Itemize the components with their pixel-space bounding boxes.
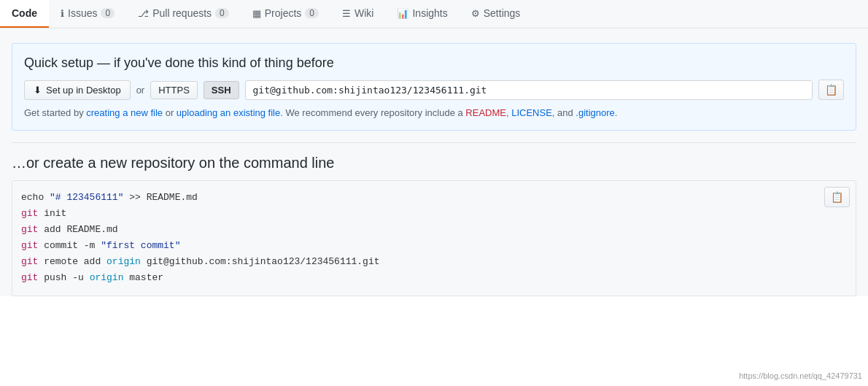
code-line-3: git add README.md — [21, 222, 826, 238]
git-url-input[interactable] — [245, 80, 813, 100]
nav-tabs: Code ℹ Issues 0 ⎇ Pull requests 0 ▦ Proj… — [0, 0, 868, 28]
tab-wiki[interactable]: ☰ Wiki — [330, 0, 385, 28]
settings-label: Settings — [484, 7, 521, 19]
wiki-icon: ☰ — [342, 8, 351, 19]
comma2: , and — [552, 107, 576, 118]
period: . — [615, 107, 618, 118]
code-line-1: echo "# 123456111" >> README.md — [21, 190, 826, 206]
setup-desktop-button[interactable]: ⬇ Set up in Desktop — [24, 80, 131, 100]
code-block-wrapper: echo "# 123456111" >> README.md git init… — [12, 180, 856, 296]
wiki-label: Wiki — [354, 7, 373, 19]
issues-label: Issues — [68, 7, 97, 19]
or-text2: or — [163, 107, 177, 118]
gitignore-link[interactable]: .gitignore — [576, 107, 614, 118]
projects-icon: ▦ — [252, 8, 261, 19]
tab-issues[interactable]: ℹ Issues 0 — [49, 0, 126, 28]
insights-icon: 📊 — [397, 8, 408, 19]
settings-icon: ⚙ — [471, 8, 480, 19]
insights-label: Insights — [412, 7, 447, 19]
code-line-5: git remote add origin git@github.com:shi… — [21, 254, 826, 270]
tab-pull-requests[interactable]: ⎇ Pull requests 0 — [126, 0, 241, 28]
code-label: Code — [12, 7, 37, 19]
pr-badge: 0 — [215, 8, 229, 18]
code-line-2: git init — [21, 206, 826, 222]
pr-label: Pull requests — [152, 7, 212, 19]
copy-url-button[interactable]: 📋 — [818, 80, 844, 100]
tab-insights[interactable]: 📊 Insights — [385, 0, 459, 28]
section-divider — [12, 142, 856, 143]
get-started-text: Get started by creating a new file or up… — [24, 107, 844, 118]
license-link[interactable]: LICENSE — [511, 107, 552, 118]
code-line-4: git commit -m "first commit" — [21, 238, 826, 254]
code-line-6: git push -u origin master — [21, 270, 826, 286]
projects-badge: 0 — [305, 8, 319, 18]
tab-projects[interactable]: ▦ Projects 0 — [241, 0, 330, 28]
upload-link[interactable]: uploading an existing file — [177, 107, 280, 118]
ssh-button[interactable]: SSH — [204, 81, 239, 99]
suffix-text: . We recommend every repository include … — [280, 107, 465, 118]
quick-setup-title: Quick setup — if you've done this kind o… — [24, 55, 844, 71]
projects-label: Projects — [265, 7, 302, 19]
quick-setup-row: ⬇ Set up in Desktop or HTTPS SSH 📋 — [24, 80, 844, 100]
issues-badge: 0 — [101, 8, 115, 18]
tab-settings[interactable]: ⚙ Settings — [460, 0, 532, 28]
code-block: echo "# 123456111" >> README.md git init… — [21, 190, 826, 287]
command-line-section: …or create a new repository on the comma… — [12, 155, 856, 296]
copy-code-icon: 📋 — [831, 191, 843, 203]
issues-icon: ℹ — [61, 8, 64, 19]
pr-icon: ⎇ — [138, 8, 149, 19]
or-text: or — [136, 85, 145, 96]
setup-desktop-label: Set up in Desktop — [46, 85, 121, 96]
desktop-icon: ⬇ — [34, 85, 42, 96]
readme-link[interactable]: README — [465, 107, 506, 118]
tab-code[interactable]: Code — [0, 0, 49, 28]
get-started-prefix: Get started by — [24, 107, 86, 118]
clipboard-icon: 📋 — [825, 84, 837, 96]
quick-setup-section: Quick setup — if you've done this kind o… — [12, 43, 856, 131]
copy-code-button[interactable]: 📋 — [824, 187, 850, 207]
create-file-link[interactable]: creating a new file — [86, 107, 163, 118]
command-line-title: …or create a new repository on the comma… — [12, 155, 856, 171]
https-button[interactable]: HTTPS — [150, 81, 198, 99]
main-content: Quick setup — if you've done this kind o… — [0, 28, 868, 296]
